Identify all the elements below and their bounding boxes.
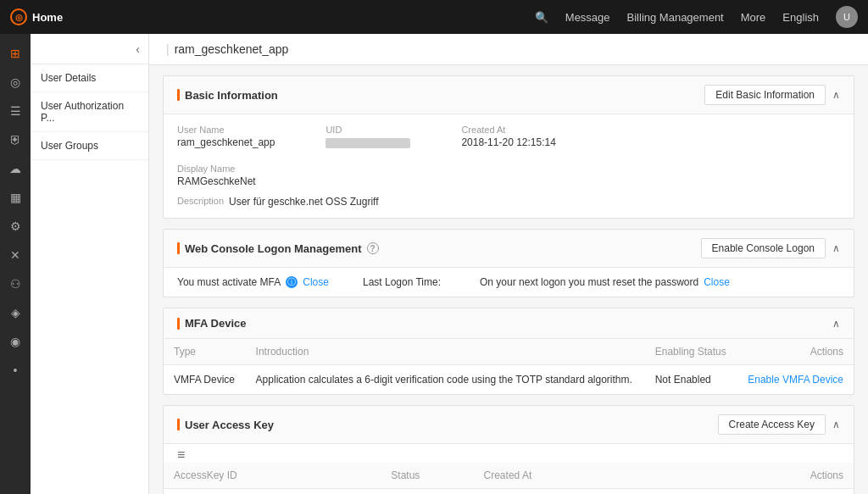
- sidebar-icon-dot[interactable]: •: [3, 358, 28, 383]
- created-at-field: Created At 2018-11-20 12:15:14: [461, 125, 555, 148]
- logo[interactable]: ◎ Home: [10, 8, 63, 25]
- access-key-row-actions: Disable | Delete: [678, 489, 854, 495]
- access-key-title: User Access Key: [177, 419, 274, 431]
- username-field: User Name ram_geschkenet_app: [177, 125, 275, 148]
- web-console-section: Web Console Logon Management ? Enable Co…: [163, 229, 854, 297]
- mfa-close-link[interactable]: Close: [303, 276, 329, 288]
- mfa-warning: You must activate MFA ⓘ Close: [177, 276, 329, 288]
- enable-vmfa-link[interactable]: Enable VMFA Device: [748, 374, 843, 386]
- mfa-col-intro: Introduction: [246, 339, 645, 365]
- basic-information-section: Basic Information Edit Basic Information…: [163, 75, 854, 219]
- uid-field: UID: [326, 125, 410, 148]
- sidebar-icon-cross[interactable]: ✕: [3, 242, 28, 268]
- user-avatar[interactable]: U: [836, 6, 858, 28]
- billing-management-link[interactable]: Billing Management: [627, 11, 724, 24]
- table-row: Enable 2018-11-20 12:15:15 Disable | Del…: [164, 489, 854, 495]
- mfa-device-section: MFA Device ∧ Type Introduction Enabling …: [163, 308, 854, 395]
- sidebar-icons: ⊞ ◎ ☰ ⛨ ☁ ▦ ⚙ ✕ ⚇ ◈ ◉ •: [0, 34, 31, 494]
- sidebar-item-user-details[interactable]: User Details: [31, 64, 148, 92]
- left-navigation: ‹ User Details User Authorization P... U…: [31, 34, 149, 494]
- collapse-button[interactable]: ‹: [136, 42, 140, 56]
- sidebar-icon-menu[interactable]: ☰: [3, 98, 28, 124]
- basic-info-title: Basic Information: [177, 89, 278, 102]
- left-nav-header: ‹: [31, 34, 148, 64]
- mfa-col-actions: Actions: [737, 339, 854, 365]
- create-access-key-button[interactable]: Create Access Key: [718, 414, 826, 435]
- display-name-field: Display Name RAMGeschkeNet: [177, 164, 840, 187]
- search-icon[interactable]: 🔍: [535, 11, 548, 24]
- mfa-actions: Enable VMFA Device: [737, 365, 854, 395]
- basic-info-body: User Name ram_geschkenet_app UID Created…: [164, 114, 854, 218]
- description-field: Description User für geschke.net OSS Zug…: [177, 196, 840, 208]
- page-title-separator: |: [166, 42, 170, 56]
- basic-info-collapse-icon[interactable]: ∧: [832, 89, 840, 101]
- access-key-list-icon: ≡: [164, 444, 854, 463]
- access-key-table: AccessKey ID Status Created At Actions E…: [164, 463, 854, 494]
- sidebar-item-user-groups[interactable]: User Groups: [31, 132, 148, 160]
- access-key-status: Enable: [381, 489, 473, 495]
- basic-info-header: Basic Information Edit Basic Information…: [164, 76, 854, 114]
- enable-console-logon-button[interactable]: Enable Console Logon: [701, 238, 826, 258]
- web-console-collapse-icon[interactable]: ∧: [832, 242, 840, 254]
- ak-col-actions: Actions: [678, 463, 854, 489]
- edit-basic-info-button[interactable]: Edit Basic Information: [704, 85, 826, 105]
- access-key-id: [164, 489, 381, 495]
- mfa-status: Not Enabled: [645, 365, 737, 395]
- page-title: ram_geschkenet_app: [175, 42, 289, 56]
- content-area: | ram_geschkenet_app Basic Information E…: [149, 34, 868, 494]
- sidebar-icon-network[interactable]: ◎: [3, 69, 28, 95]
- title-bar: [177, 89, 180, 101]
- access-key-actions: Create Access Key ∧: [718, 414, 840, 435]
- mfa-device-table: Type Introduction Enabling Status Action…: [164, 339, 854, 394]
- ak-col-created: Created At: [474, 463, 678, 489]
- mfa-col-type: Type: [164, 339, 246, 365]
- sidebar-icon-globe[interactable]: ◈: [3, 300, 28, 325]
- mfa-device-header: MFA Device ∧: [164, 308, 854, 339]
- access-key-created-at: 2018-11-20 12:15:15: [474, 489, 678, 495]
- web-console-body: You must activate MFA ⓘ Close Last Logon…: [164, 268, 854, 297]
- access-key-collapse-icon[interactable]: ∧: [832, 419, 840, 430]
- message-link[interactable]: Message: [565, 11, 610, 24]
- title-bar: [177, 318, 180, 330]
- web-console-title: Web Console Logon Management ?: [177, 242, 379, 255]
- top-navigation: ◎ Home 🔍 Message Billing Management More…: [0, 0, 868, 34]
- title-bar: [177, 242, 180, 254]
- reset-close-link[interactable]: Close: [704, 276, 730, 288]
- sidebar-icon-settings[interactable]: ◉: [3, 329, 28, 354]
- sidebar-icon-people[interactable]: ⚇: [3, 271, 28, 297]
- sidebar-icon-cloud[interactable]: ☁: [3, 156, 28, 181]
- ak-col-id: AccessKey ID: [164, 463, 381, 489]
- last-logon-field: Last Logon Time:: [363, 276, 446, 288]
- mfa-col-status: Enabling Status: [645, 339, 737, 365]
- table-row: VMFA Device Application calculates a 6-d…: [164, 365, 854, 395]
- logo-icon: ◎: [10, 8, 27, 25]
- uid-blurred-value: [326, 138, 410, 148]
- language-selector[interactable]: English: [782, 11, 819, 24]
- title-bar: [177, 419, 180, 430]
- sidebar-icon-database[interactable]: ▦: [3, 185, 28, 210]
- home-label: Home: [32, 11, 63, 24]
- page-title-bar: | ram_geschkenet_app: [149, 34, 868, 65]
- more-link[interactable]: More: [741, 11, 766, 24]
- web-console-header: Web Console Logon Management ? Enable Co…: [164, 230, 854, 268]
- main-layout: ⊞ ◎ ☰ ⛨ ☁ ▦ ⚙ ✕ ⚇ ◈ ◉ • ‹ User Details U…: [0, 34, 868, 494]
- basic-info-actions: Edit Basic Information ∧: [704, 85, 840, 105]
- reset-password-notice: On your next logon you must reset the pa…: [480, 276, 730, 288]
- mfa-introduction: Application calculates a 6-digit verific…: [246, 365, 645, 395]
- sidebar-icon-tools[interactable]: ⚙: [3, 214, 28, 239]
- mfa-type: VMFA Device: [164, 365, 246, 395]
- mfa-device-title: MFA Device: [177, 317, 247, 330]
- ak-col-status: Status: [381, 463, 473, 489]
- sidebar-item-user-auth[interactable]: User Authorization P...: [31, 92, 148, 132]
- sidebar-icon-shield[interactable]: ⛨: [3, 127, 28, 153]
- sidebar-icon-grid[interactable]: ⊞: [3, 41, 28, 66]
- access-key-header: User Access Key Create Access Key ∧: [164, 406, 854, 444]
- mfa-info-icon[interactable]: ⓘ: [286, 276, 298, 288]
- web-console-actions: Enable Console Logon ∧: [701, 238, 840, 258]
- nav-links: 🔍 Message Billing Management More Englis…: [535, 6, 858, 28]
- web-console-info-icon[interactable]: ?: [367, 242, 379, 254]
- user-access-key-section: User Access Key Create Access Key ∧ ≡ Ac…: [163, 405, 854, 494]
- mfa-device-collapse-icon[interactable]: ∧: [832, 318, 840, 330]
- mfa-device-actions: ∧: [832, 318, 840, 330]
